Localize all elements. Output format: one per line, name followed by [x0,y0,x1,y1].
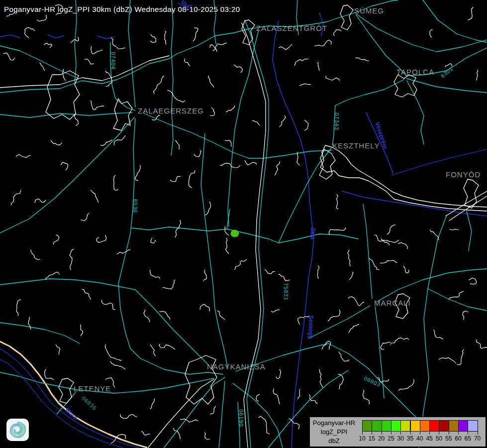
town-outline-zalaegerszeg [46,71,80,119]
settlement-mark [53,235,59,244]
city-label-letenye: LETENYE [74,384,111,393]
settlement-mark [265,270,275,274]
settlement-mark [235,259,247,270]
settlement-mark [205,202,211,215]
settlement-mark [280,115,286,127]
met-swirl-logo [6,419,29,441]
settlement-mark [333,30,341,36]
settlement-mark [25,27,35,38]
settlement-mark [356,58,369,61]
settlement-mark [276,369,281,378]
settlement-mark [175,220,181,237]
settlement-mark [348,297,364,306]
settlement-mark [439,357,456,363]
settlement-mark [85,59,94,64]
radar-title: Poganyvar-HR logZ_PPI 30km (dbZ) Wednesd… [4,5,240,13]
settlement-mark [469,278,477,284]
settlement-mark [477,70,478,81]
road [132,209,230,231]
county-line-zala-somogy [273,21,314,448]
road [407,81,424,144]
settlement-mark [167,91,185,103]
shore-fonyod [446,191,487,216]
settlement-mark [150,270,160,279]
road [377,269,487,302]
settlement-mark [97,235,106,242]
road [0,117,134,233]
settlement-mark [430,230,439,240]
town-outline-letenye [59,378,74,403]
road [363,204,372,299]
legend-tick [382,432,382,435]
legend-color-cell [410,420,420,432]
settlement-mark [175,140,180,150]
legend-tick [391,432,391,435]
river-fragment [0,35,20,38]
settlement-mark [348,250,350,266]
legend-color-cell [458,420,468,432]
settlement-mark [56,344,60,355]
road-number-label: 07404 [110,52,116,70]
settlement-mark [51,140,62,145]
settlement-mark [463,311,468,320]
settlement-mark [217,311,225,320]
legend-tick [468,432,468,435]
legend-tick [458,432,459,435]
road [335,80,404,106]
road [407,79,487,93]
settlement-mark [403,266,409,273]
settlement-mark [319,369,323,388]
road [467,211,472,251]
settlement-mark [213,43,227,51]
settlement-mark [398,379,414,390]
settlement-mark [390,338,409,345]
road-number-label: 07343 [334,112,340,130]
settlement-mark [336,195,338,209]
settlement-mark [194,150,201,157]
settlement-mark [91,46,102,54]
river-fragment [97,36,113,39]
legend-color-cell [391,420,401,432]
settlement-mark [185,59,191,66]
settlement-mark [150,344,156,356]
settlement-mark [204,433,210,440]
settlement-mark [111,38,125,49]
settlement-mark [468,7,473,20]
settlement-mark [105,344,122,361]
settlement-mark [299,84,311,86]
road-06803 [236,343,427,427]
legend-tick [449,432,449,435]
road [356,14,487,52]
legend-color-cell [439,420,449,432]
legend-color-cell [449,420,459,432]
settlement-mark [135,165,140,181]
settlement-mark [81,325,83,336]
legend-color-cell [429,420,439,432]
settlement-mark [318,266,319,279]
road [201,133,228,368]
settlement-mark [279,44,292,50]
road-number-label: 06803 [363,375,382,388]
settlement-mark [16,154,31,157]
city-label-keszthely: KESZTHELY [332,141,380,150]
legend-color-cell [468,420,478,432]
settlement-mark [279,274,290,281]
settlement-mark [39,63,45,71]
road [144,113,249,158]
settlement-mark [256,394,260,401]
settlement-mark [117,250,130,254]
settlement-mark [150,398,155,409]
road-74 [118,118,223,374]
settlement-mark [245,160,257,165]
road [128,0,135,107]
legend-tick [372,432,372,435]
legend-tick [362,432,363,435]
road-number-label: 06190 [238,409,244,427]
road [0,29,249,93]
region-label-zala: Zala [309,227,316,239]
settlement-mark [349,272,353,280]
legend-color-cell [362,420,372,432]
settlement-mark [294,59,308,66]
legend-colorbar: 10152025303540455055606570 [358,417,487,448]
railway [0,56,169,88]
